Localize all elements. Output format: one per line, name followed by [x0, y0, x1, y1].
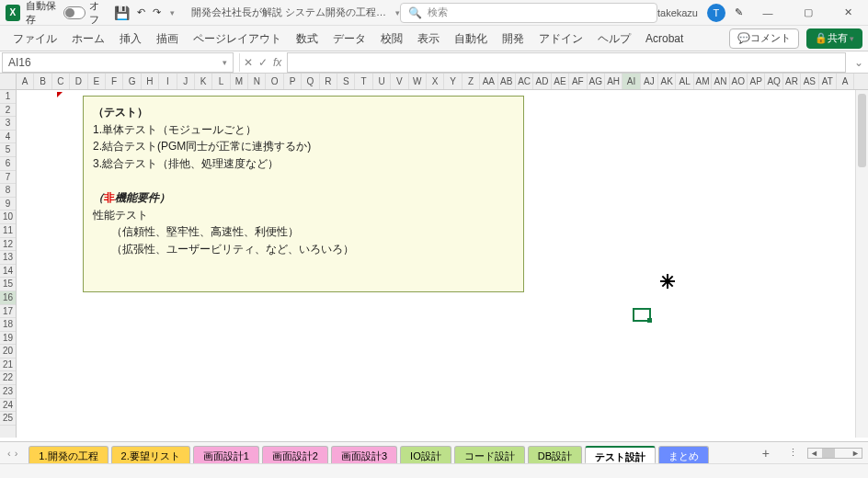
search-input[interactable]: 🔍 検索 [400, 3, 657, 23]
column-header[interactable]: A [837, 74, 854, 89]
enter-icon[interactable]: ✓ [258, 56, 268, 69]
row-header[interactable]: 15 [0, 278, 16, 291]
comment-button[interactable]: 💬 コメント [729, 28, 799, 49]
sheet-tab[interactable]: テスト設計 [585, 446, 656, 464]
save-icon[interactable]: 💾 [114, 6, 130, 20]
column-header[interactable]: B [34, 74, 51, 89]
column-header[interactable]: AI [622, 74, 640, 89]
row-header[interactable]: 1 [0, 90, 16, 104]
column-header[interactable]: G [123, 74, 141, 89]
column-header[interactable]: M [231, 74, 248, 89]
column-header[interactable]: AD [533, 74, 551, 89]
sheet-prev-icon[interactable]: ‹ [7, 448, 11, 459]
undo-icon[interactable]: ↶ [137, 6, 145, 18]
sheet-tab[interactable]: 画面設計3 [331, 446, 397, 464]
minimize-button[interactable]: — [752, 0, 783, 26]
column-header[interactable]: I [159, 74, 177, 89]
sheet-tab[interactable]: 画面設計1 [193, 446, 259, 464]
avatar[interactable]: T [707, 4, 725, 22]
column-header[interactable]: AM [694, 74, 712, 89]
fx-icon[interactable]: fx [273, 56, 281, 69]
row-header[interactable]: 18 [0, 318, 16, 332]
row-header[interactable]: 2 [0, 104, 16, 118]
row-header[interactable]: 23 [0, 385, 16, 399]
sheet-tab[interactable]: コード設計 [454, 446, 525, 464]
row-header[interactable]: 16 [0, 291, 16, 305]
column-header[interactable]: AF [569, 74, 587, 89]
column-header[interactable]: AC [516, 74, 533, 89]
ribbon-tab[interactable]: ホーム [64, 32, 112, 45]
row-header[interactable]: 19 [0, 332, 16, 346]
column-header[interactable]: R [320, 74, 337, 89]
column-header[interactable]: AB [498, 74, 516, 89]
column-header[interactable]: S [337, 74, 355, 89]
column-header[interactable]: AE [552, 74, 569, 89]
column-header[interactable]: AR [783, 74, 801, 89]
sheet-options-icon[interactable]: ⋮ [779, 447, 807, 459]
column-header[interactable]: V [391, 74, 408, 89]
scroll-right-icon[interactable]: ► [850, 449, 862, 458]
autosave-toggle[interactable]: 自動保存 オフ [26, 0, 107, 27]
ribbon-tab[interactable]: 校閲 [373, 32, 410, 45]
sheet-tab[interactable]: 画面設計2 [262, 446, 328, 464]
ribbon-tab[interactable]: ページレイアウト [186, 32, 289, 45]
pen-icon[interactable]: ✎ [735, 6, 743, 18]
column-header[interactable]: U [373, 74, 391, 89]
ribbon-tab[interactable]: 数式 [289, 32, 326, 45]
row-header[interactable]: 7 [0, 171, 16, 185]
row-header[interactable]: 17 [0, 305, 16, 319]
column-header[interactable]: AL [676, 74, 693, 89]
column-header[interactable]: Q [302, 74, 319, 89]
column-header[interactable]: H [142, 74, 159, 89]
row-header[interactable]: 12 [0, 238, 16, 252]
vertical-scrollbar[interactable] [855, 90, 868, 438]
ribbon-tab[interactable]: ヘルプ [590, 32, 638, 45]
column-header[interactable]: O [266, 74, 283, 89]
expand-formula-icon[interactable]: ⌄ [850, 56, 868, 69]
qat-dropdown-icon[interactable]: ▾ [170, 8, 175, 17]
row-header[interactable]: 25 [0, 412, 16, 426]
column-header[interactable]: J [177, 74, 195, 89]
column-header[interactable]: F [106, 74, 123, 89]
column-header[interactable]: Y [444, 74, 462, 89]
row-header[interactable]: 8 [0, 184, 16, 198]
sheet-next-icon[interactable]: › [15, 448, 18, 459]
column-header[interactable]: E [88, 74, 106, 89]
ribbon-tab[interactable]: 自動化 [447, 32, 495, 45]
column-header[interactable]: K [195, 74, 212, 89]
column-header[interactable]: D [70, 74, 87, 89]
add-sheet-button[interactable]: + [753, 446, 779, 461]
column-header[interactable]: T [355, 74, 372, 89]
namebox-dropdown-icon[interactable]: ▾ [223, 58, 227, 67]
row-header[interactable]: 4 [0, 131, 16, 144]
ribbon-tab[interactable]: 描画 [149, 32, 186, 45]
formula-input[interactable] [287, 52, 846, 73]
column-header[interactable]: AH [605, 74, 622, 89]
column-header[interactable]: AG [588, 74, 605, 89]
column-header[interactable]: AJ [641, 74, 658, 89]
column-header[interactable]: X [427, 74, 444, 89]
notes-text-box[interactable]: （テスト） 1.単体テスト（モジュールごと） 2.結合テスト(PGM同士が正常に… [83, 96, 524, 292]
row-header[interactable]: 6 [0, 157, 16, 171]
share-button[interactable]: 🔒 共有 ▾ [806, 28, 862, 49]
column-header[interactable]: AA [480, 74, 497, 89]
comment-indicator-icon[interactable] [57, 92, 63, 97]
row-header[interactable]: 10 [0, 211, 16, 224]
column-header[interactable]: AK [658, 74, 676, 89]
sheet-tab[interactable]: DB設計 [528, 446, 582, 464]
ribbon-tab[interactable]: 挿入 [112, 32, 149, 45]
column-header[interactable]: P [284, 74, 302, 89]
row-header[interactable]: 20 [0, 345, 16, 358]
column-header[interactable]: W [409, 74, 427, 89]
ribbon-tab[interactable]: データ [326, 32, 373, 45]
column-header[interactable]: AN [712, 74, 729, 89]
maximize-button[interactable]: ▢ [793, 0, 824, 26]
ribbon-tab[interactable]: ファイル [6, 32, 64, 45]
sheet-tab[interactable]: 2.要望リスト [111, 446, 190, 464]
ribbon-tab[interactable]: 開発 [495, 32, 531, 45]
row-header[interactable]: 14 [0, 265, 16, 279]
ribbon-tab[interactable]: Acrobat [638, 32, 691, 45]
column-header[interactable]: AS [801, 74, 818, 89]
sheet-tab[interactable]: 1.開発の工程 [29, 446, 108, 464]
ribbon-tab[interactable]: アドイン [531, 32, 590, 45]
